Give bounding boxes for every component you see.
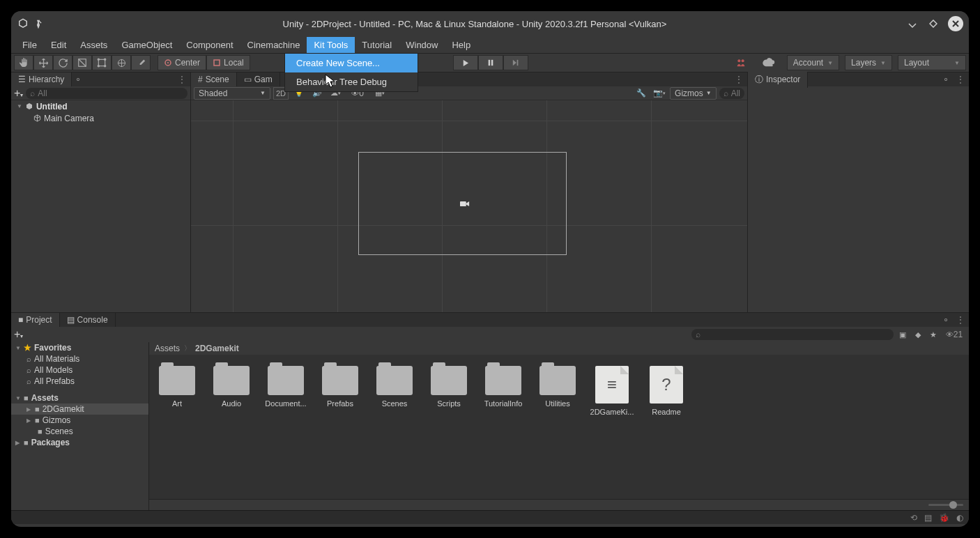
hierarchy-add-button[interactable]: +▾ xyxy=(14,87,23,100)
menu-edit[interactable]: Edit xyxy=(44,37,73,53)
menu-component[interactable]: Component xyxy=(179,37,240,53)
project-tab[interactable]: ■Project xyxy=(11,313,60,327)
scene-viewport[interactable] xyxy=(191,100,747,312)
search-by-label-icon[interactable]: ◆ xyxy=(912,328,924,341)
hierarchy-scene-root[interactable]: ▼Untitled xyxy=(11,100,190,112)
menu-window[interactable]: Window xyxy=(399,37,445,53)
tree-folder-gizmos[interactable]: ▶■Gizmos xyxy=(11,415,148,426)
packages-header[interactable]: ▶■Packages xyxy=(11,437,148,448)
menu-kit-tools[interactable]: Kit Tools xyxy=(307,37,355,53)
shading-mode-dropdown[interactable]: Shaded▼ xyxy=(194,87,270,100)
scene-tools-icon[interactable]: 🔧 xyxy=(634,87,649,100)
search-by-type-icon[interactable]: ▣ xyxy=(896,328,909,341)
menu-tutorial[interactable]: Tutorial xyxy=(355,37,399,53)
project-lock-icon[interactable]: ⚬ xyxy=(940,315,952,325)
menu-assets[interactable]: Assets xyxy=(73,37,114,53)
tree-folder-scenes[interactable]: ■Scenes xyxy=(11,426,148,437)
hierarchy-menu-icon[interactable]: ⋮ xyxy=(174,75,190,84)
custom-tools[interactable] xyxy=(131,55,151,70)
account-dropdown[interactable]: Account▼ xyxy=(787,55,839,70)
menu-gameobject[interactable]: GameObject xyxy=(114,37,179,53)
tree-folder-2dgamekit[interactable]: ▶■2DGamekit xyxy=(11,404,148,415)
hierarchy-tab[interactable]: ☰Hierarchy xyxy=(11,72,72,86)
grid-size-slider[interactable] xyxy=(149,499,969,510)
asset-label: Readme xyxy=(644,408,689,416)
scene-camera-icon[interactable]: 📷▾ xyxy=(652,87,667,100)
breadcrumb-assets[interactable]: Assets xyxy=(155,344,180,353)
hierarchy-search[interactable]: ⌕All xyxy=(26,88,187,99)
close-button[interactable] xyxy=(948,16,963,31)
asset-item[interactable]: Prefabs xyxy=(318,366,362,416)
assets-header[interactable]: ▼■Assets xyxy=(11,392,148,404)
layout-dropdown[interactable]: Layout▼ xyxy=(898,55,966,70)
hierarchy-item-main-camera[interactable]: Main Camera xyxy=(11,112,190,124)
menu-help[interactable]: Help xyxy=(445,37,477,53)
camera-gizmo-icon[interactable] xyxy=(460,200,468,208)
inspector-tab[interactable]: ⓘInspector xyxy=(748,72,808,88)
rotate-tool[interactable] xyxy=(53,55,72,70)
hierarchy-lock-icon[interactable]: ⚬ xyxy=(72,75,84,84)
status-cache-icon[interactable]: ▤ xyxy=(924,513,932,523)
project-search[interactable]: ⌕ xyxy=(691,329,894,340)
favorite-all-materials[interactable]: ⌕All Materials xyxy=(11,353,148,364)
game-icon: ▭ xyxy=(244,75,252,84)
menu-file[interactable]: File xyxy=(15,37,44,53)
asset-label: Prefabs xyxy=(318,399,362,408)
folder-icon xyxy=(159,366,195,395)
move-tool[interactable] xyxy=(33,55,53,70)
folder-icon xyxy=(485,366,521,395)
asset-item[interactable]: Art xyxy=(155,366,199,416)
collab-icon[interactable] xyxy=(731,55,751,70)
scene-search[interactable]: ⌕All xyxy=(719,88,744,99)
dropdown-behaviour-tree-debug[interactable]: Behaviour Tree Debug xyxy=(285,72,418,91)
status-activity-icon[interactable]: ◐ xyxy=(956,513,963,523)
favorite-all-models[interactable]: ⌕All Models xyxy=(11,364,148,376)
favorite-all-prefabs[interactable]: ⌕All Prefabs xyxy=(11,376,148,387)
transform-tool[interactable] xyxy=(112,55,131,70)
main-toolbar: Center Local Account▼ Layers▼ Layout▼ xyxy=(11,53,969,72)
scene-tab[interactable]: #Scene xyxy=(191,72,237,86)
project-menu-icon[interactable]: ⋮ xyxy=(952,315,969,325)
console-tab[interactable]: ▤Console xyxy=(60,313,116,327)
step-button[interactable] xyxy=(503,55,528,70)
svg-point-2 xyxy=(98,59,99,60)
asset-item[interactable]: Scenes xyxy=(372,366,417,416)
hand-tool[interactable] xyxy=(14,55,33,70)
asset-label: Scenes xyxy=(372,399,417,408)
game-tab[interactable]: ▭Gam xyxy=(237,72,280,86)
asset-item[interactable]: Scripts xyxy=(427,366,471,416)
asset-item[interactable]: ?Readme xyxy=(644,366,689,416)
asset-item[interactable]: Utilities xyxy=(535,366,580,416)
favorites-header[interactable]: ▼★Favorites xyxy=(11,342,148,353)
save-search-icon[interactable]: ★ xyxy=(927,328,940,341)
pivot-mode-button[interactable]: Center xyxy=(158,55,206,70)
pin-icon[interactable] xyxy=(33,19,43,29)
svg-rect-12 xyxy=(516,60,518,66)
status-autorefresh-icon[interactable]: ⟲ xyxy=(910,513,917,523)
minimize-button[interactable] xyxy=(906,17,919,30)
pivot-rotation-button[interactable]: Local xyxy=(206,55,250,70)
pause-button[interactable] xyxy=(478,55,503,70)
hidden-packages-toggle[interactable]: 👁21 xyxy=(942,328,966,341)
asset-item[interactable]: TutorialInfo xyxy=(481,366,526,416)
asset-item[interactable]: Document... xyxy=(263,366,308,416)
asset-item[interactable]: ≡2DGameKi... xyxy=(590,366,634,416)
scene-menu-icon[interactable]: ⋮ xyxy=(730,75,747,84)
rect-tool[interactable] xyxy=(92,55,112,70)
cloud-icon[interactable] xyxy=(759,55,779,70)
status-debug-icon[interactable]: 🐞 xyxy=(939,513,949,523)
asset-item[interactable]: Audio xyxy=(209,366,254,416)
dropdown-create-new-scene[interactable]: Create New Scene... xyxy=(285,54,418,72)
inspector-lock-icon[interactable]: ⚬ xyxy=(940,75,952,84)
maximize-button[interactable] xyxy=(927,17,940,30)
inspector-menu-icon[interactable]: ⋮ xyxy=(952,75,969,84)
play-button[interactable] xyxy=(453,55,478,70)
project-add-button[interactable]: +▾ xyxy=(14,328,23,341)
gizmos-dropdown[interactable]: Gizmos▼ xyxy=(670,87,717,100)
layers-dropdown[interactable]: Layers▼ xyxy=(845,55,892,70)
scale-tool[interactable] xyxy=(72,55,92,70)
search-icon: ⌕ xyxy=(30,89,35,98)
menu-cinemachine[interactable]: Cinemachine xyxy=(240,37,307,53)
breadcrumb-2dgamekit[interactable]: 2DGamekit xyxy=(195,344,239,353)
folder-icon xyxy=(431,366,467,395)
